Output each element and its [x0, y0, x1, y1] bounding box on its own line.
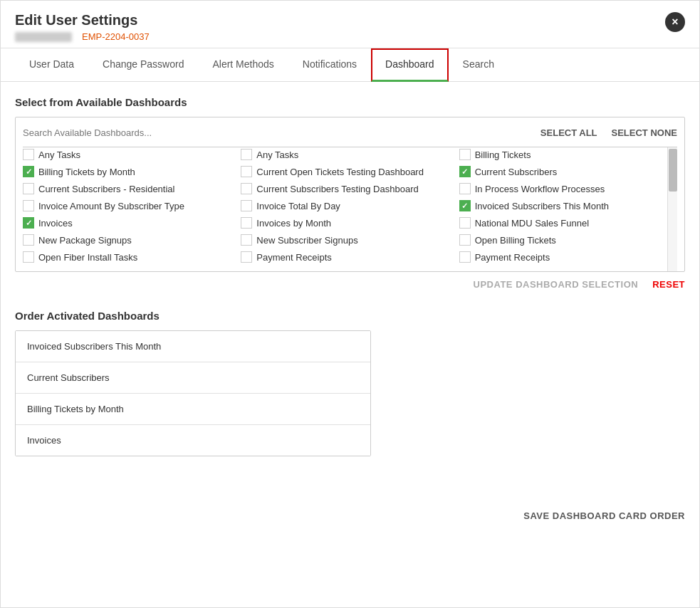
dashboard-label: Invoice Amount By Subscriber Type	[38, 201, 184, 211]
modal-header: Edit User Settings EMP-2204-0037 ×	[1, 1, 699, 48]
dashboard-label: Open Billing Tickets	[475, 235, 556, 246]
list-item[interactable]: Payment Receipts	[459, 250, 663, 264]
dashboard-label: Current Subscribers	[475, 167, 558, 177]
list-item[interactable]: Current Subscribers Testing Dashboard	[241, 182, 459, 196]
tab-change-password[interactable]: Change Password	[88, 48, 198, 82]
select-section: Select from Available Dashboards SELECT …	[15, 96, 685, 293]
dashboard-label: Any Tasks	[38, 150, 80, 160]
checkbox-payment-receipts-3[interactable]	[459, 251, 471, 263]
list-item[interactable]: Any Tasks	[23, 147, 241, 162]
dashboard-label: Invoices by Month	[256, 218, 331, 229]
order-item-3[interactable]: Billing Tickets by Month	[16, 394, 370, 425]
save-dashboard-button[interactable]: SAVE DASHBOARD CARD ORDER	[523, 510, 685, 521]
checkbox-any-tasks-2[interactable]	[241, 149, 252, 160]
close-button[interactable]: ×	[665, 12, 685, 32]
user-name-blur	[15, 32, 72, 42]
list-item[interactable]: Current Open Tickets Testing Dashboard	[241, 164, 459, 179]
tab-notifications[interactable]: Notifications	[288, 48, 371, 82]
dashboard-label: Invoices	[38, 218, 73, 229]
checkbox-billing-tickets[interactable]	[23, 166, 34, 177]
dashboard-label: Invoice Total By Day	[256, 201, 340, 211]
checkbox-current-open-tickets[interactable]	[241, 166, 252, 177]
list-item[interactable]: Open Fiber Install Tasks	[23, 250, 241, 264]
checkbox-current-sub-res[interactable]	[23, 183, 34, 194]
list-item[interactable]: Invoiced Subscribers This Month	[459, 199, 663, 213]
reset-button[interactable]: RESET	[652, 279, 685, 290]
list-item[interactable]: Payment Receipts	[241, 250, 459, 264]
checkbox-invoice-total[interactable]	[241, 200, 252, 211]
order-item-1[interactable]: Invoiced Subscribers This Month	[16, 331, 370, 362]
dashboard-label: In Process Workflow Processes	[475, 184, 605, 194]
checkbox-new-package[interactable]	[23, 234, 34, 246]
list-item[interactable]: Invoices by Month	[241, 216, 459, 230]
dashboard-label: Payment Receipts	[256, 252, 332, 263]
checkbox-current-subscribers[interactable]	[459, 166, 471, 177]
list-item[interactable]: Invoices	[23, 216, 241, 230]
checkbox-national-mdu[interactable]	[459, 217, 471, 229]
checkbox-billing-tickets-3[interactable]	[459, 149, 471, 160]
dashboard-col-1: Any Tasks Billing Tickets by Month Curre…	[23, 147, 241, 271]
list-item[interactable]: Billing Tickets by Month	[23, 164, 241, 179]
order-list: Invoiced Subscribers This Month Current …	[15, 330, 371, 456]
select-none-button[interactable]: SELECT NONE	[612, 127, 677, 138]
select-all-button[interactable]: SELECT ALL	[540, 127, 597, 138]
checkbox-any-tasks-1[interactable]	[23, 149, 34, 160]
checkbox-invoice-amount[interactable]	[23, 200, 34, 211]
order-section-title: Order Activated Dashboards	[15, 310, 685, 322]
checkbox-open-billing[interactable]	[459, 234, 471, 246]
dashboard-label: Invoiced Subscribers This Month	[475, 201, 609, 211]
list-item[interactable]: New Subscriber Signups	[241, 233, 459, 247]
dashboard-label: New Package Signups	[38, 235, 132, 246]
actions-row: UPDATE DASHBOARD SELECTION RESET	[15, 272, 685, 293]
dashboards-grid: Any Tasks Billing Tickets by Month Curre…	[23, 147, 677, 271]
list-item[interactable]: Billing Tickets	[459, 147, 663, 162]
footer-row: SAVE DASHBOARD CARD ORDER	[1, 499, 699, 533]
dashboard-label: Current Subscribers Testing Dashboard	[256, 184, 418, 194]
select-section-title: Select from Available Dashboards	[15, 96, 685, 108]
tab-search[interactable]: Search	[449, 48, 508, 82]
list-item[interactable]: Invoice Total By Day	[241, 199, 459, 213]
dashboard-label: New Subscriber Signups	[256, 235, 357, 246]
update-dashboard-button[interactable]: UPDATE DASHBOARD SELECTION	[474, 279, 639, 290]
dashboard-label: National MDU Sales Funnel	[475, 218, 589, 229]
search-input[interactable]	[23, 125, 526, 141]
checkbox-invoices[interactable]	[23, 217, 34, 229]
scrollbar[interactable]	[667, 147, 677, 271]
checkbox-current-sub-testing[interactable]	[241, 183, 252, 194]
dashboard-label: Current Subscribers - Residential	[38, 184, 174, 194]
list-item[interactable]: Invoice Amount By Subscriber Type	[23, 199, 241, 213]
checkbox-new-subscriber[interactable]	[241, 234, 252, 246]
dashboard-label: Billing Tickets	[475, 150, 531, 160]
checkbox-invoiced-subscribers[interactable]	[459, 200, 471, 211]
header-top: Edit User Settings	[15, 12, 150, 28]
checkbox-payment-receipts-2[interactable]	[241, 251, 252, 263]
list-item[interactable]: New Package Signups	[23, 233, 241, 247]
order-item-2[interactable]: Current Subscribers	[16, 362, 370, 394]
list-item[interactable]: Any Tasks	[241, 147, 459, 162]
list-item[interactable]: Current Subscribers - Residential	[23, 182, 241, 196]
modal-title-area: Edit User Settings EMP-2204-0037	[15, 12, 150, 42]
checkbox-invoices-by-month[interactable]	[241, 217, 252, 229]
list-item[interactable]: Open Billing Tickets	[459, 233, 663, 247]
list-item[interactable]: National MDU Sales Funnel	[459, 216, 663, 230]
dashboard-label: Open Fiber Install Tasks	[38, 252, 137, 263]
content-area: Select from Available Dashboards SELECT …	[1, 82, 699, 471]
list-item[interactable]: Current Subscribers	[459, 164, 663, 179]
dashboard-label: Any Tasks	[256, 150, 298, 160]
dashboard-label: Payment Receipts	[475, 252, 550, 263]
tabs-bar: User Data Change Password Alert Methods …	[1, 48, 699, 82]
tab-dashboard[interactable]: Dashboard	[371, 48, 449, 82]
modal-container: Edit User Settings EMP-2204-0037 × User …	[0, 0, 700, 608]
dashboards-container: SELECT ALL SELECT NONE Any Tasks	[15, 117, 685, 272]
checkbox-open-fiber[interactable]	[23, 251, 34, 263]
modal-title: Edit User Settings	[15, 12, 137, 28]
order-section: Order Activated Dashboards Invoiced Subs…	[15, 310, 685, 456]
order-item-4[interactable]: Invoices	[16, 425, 370, 456]
dashboards-grid-wrapper: Any Tasks Billing Tickets by Month Curre…	[23, 147, 677, 271]
list-item[interactable]: In Process Workflow Processes	[459, 182, 663, 196]
tab-user-data[interactable]: User Data	[15, 48, 88, 82]
search-bar: SELECT ALL SELECT NONE	[23, 125, 677, 147]
checkbox-in-process[interactable]	[459, 183, 471, 194]
tab-alert-methods[interactable]: Alert Methods	[198, 48, 288, 82]
scrollbar-thumb[interactable]	[669, 149, 677, 192]
